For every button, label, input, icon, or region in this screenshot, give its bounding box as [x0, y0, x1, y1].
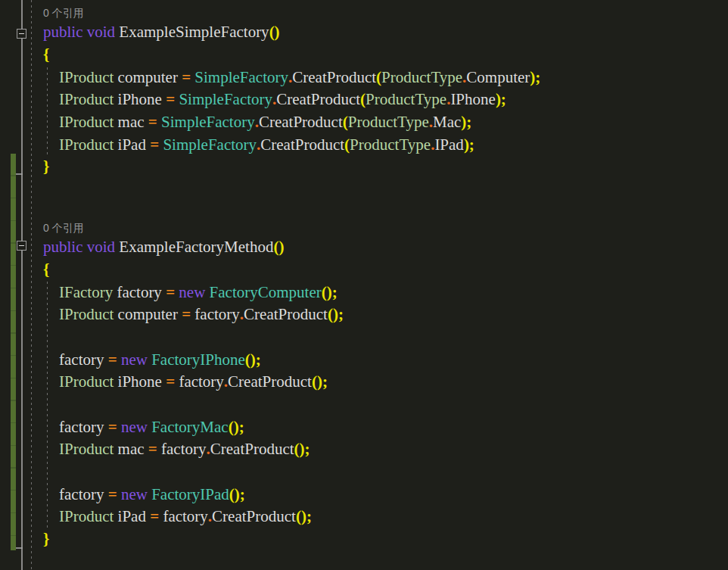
token-id: factory — [163, 507, 207, 526]
token-op: = — [108, 350, 121, 369]
minus-icon — [19, 33, 24, 35]
collapse-toggle-method1[interactable] — [17, 29, 26, 39]
token-punc: { — [43, 260, 49, 279]
token-id: mac — [114, 113, 148, 132]
token-op: = — [166, 90, 179, 109]
code-line-14[interactable]: IFactory factory = new FactoryComputer()… — [0, 281, 728, 304]
token-type: IFactory — [59, 283, 113, 302]
token-type: IProduct — [59, 507, 114, 526]
token-cl: 0 个引用 — [43, 7, 84, 20]
token-type: ProductType — [381, 68, 462, 87]
token-id: factory — [59, 350, 108, 369]
code-line-6[interactable]: IProduct mac = SimpleFactory.CreatProduc… — [0, 111, 728, 134]
token-punc: (); — [328, 305, 344, 324]
token-punc: (); — [245, 350, 261, 369]
token-id: IPad — [434, 135, 464, 154]
token-type: IProduct — [59, 90, 114, 109]
token-cls: SimpleFactory — [163, 135, 257, 154]
blank-line[interactable] — [0, 179, 728, 198]
token-punc: (); — [296, 507, 312, 526]
token-id: factory — [113, 283, 166, 302]
token-id: CreatProduct — [210, 440, 294, 459]
token-punc: () — [269, 23, 280, 42]
minus-icon — [19, 245, 24, 247]
token-punc: } — [43, 530, 49, 549]
token-id: factory — [59, 418, 108, 437]
token-type: IProduct — [59, 113, 114, 132]
token-cls: SimpleFactory — [161, 113, 255, 132]
token-id: mac — [114, 440, 148, 459]
code-line-23[interactable]: factory = new FactoryIPad(); — [0, 483, 728, 506]
code-line-20[interactable]: factory = new FactoryMac(); — [0, 416, 728, 438]
code-line-7[interactable]: IProduct iPad = SimpleFactory.CreatProdu… — [0, 133, 728, 156]
token-op: = — [166, 283, 179, 302]
token-punc: ( — [344, 135, 350, 154]
code-line-17[interactable]: factory = new FactoryIPhone(); — [0, 348, 728, 371]
token-id: CreatProduct — [259, 113, 343, 132]
collapse-toggle-method2[interactable] — [17, 241, 26, 251]
codelens-references-line[interactable]: 0 个引用 — [0, 218, 728, 236]
blank-line[interactable] — [0, 461, 728, 484]
token-cls: FactoryComputer — [210, 283, 322, 302]
token-id: Computer — [466, 68, 530, 87]
code-line-3[interactable]: { — [0, 44, 728, 67]
token-op: = — [166, 372, 179, 391]
token-punc: (); — [294, 440, 310, 459]
token-id: CreatProduct — [212, 507, 296, 526]
token-id: factory — [161, 440, 206, 459]
code-line-15[interactable]: IProduct computer = factory.CreatProduct… — [0, 304, 728, 326]
token-id: CreatProduct — [292, 68, 376, 87]
token-op: = — [148, 113, 161, 132]
token-id: iPad — [114, 507, 150, 526]
token-punc: (); — [229, 485, 245, 504]
token-op: = — [108, 418, 121, 437]
code-editor[interactable]: 0 个引用public void ExampleSimpleFactory(){… — [0, 0, 728, 570]
token-kw: public void — [43, 23, 119, 42]
token-id: IPhone — [450, 90, 496, 109]
token-op: = — [148, 440, 161, 459]
blank-line[interactable] — [0, 198, 728, 218]
token-cls: FactoryIPad — [151, 485, 229, 504]
token-op: = — [150, 507, 163, 526]
code-line-4[interactable]: IProduct computer = SimpleFactory.CreatP… — [0, 66, 728, 89]
token-id: CreatProduct — [276, 90, 360, 109]
token-cls: SimpleFactory — [179, 90, 272, 109]
token-type: IProduct — [59, 372, 114, 391]
token-id: ExampleSimpleFactory — [119, 23, 269, 42]
token-type: ProductType — [366, 90, 446, 109]
token-op: = — [182, 305, 194, 324]
token-type: IProduct — [59, 440, 114, 459]
codelens-references-line[interactable]: 0 个引用 — [0, 3, 728, 21]
token-kw: new — [121, 350, 151, 369]
token-punc: ); — [496, 90, 506, 109]
code-line-24[interactable]: IProduct iPad = factory.CreatProduct(); — [0, 506, 728, 528]
code-line-25[interactable]: } — [0, 528, 728, 551]
token-op: = — [108, 485, 121, 504]
code-line-2[interactable]: public void ExampleSimpleFactory() — [0, 21, 728, 44]
token-type: IProduct — [59, 68, 114, 87]
code-line-21[interactable]: IProduct mac = factory.CreatProduct(); — [0, 438, 728, 461]
code-line-13[interactable]: { — [0, 259, 728, 282]
token-type: IProduct — [59, 135, 114, 154]
token-type: ProductType — [348, 113, 429, 132]
token-id: CreatProduct — [260, 135, 344, 154]
blank-line[interactable] — [0, 326, 728, 349]
code-area[interactable]: 0 个引用public void ExampleSimpleFactory(){… — [0, 0, 728, 550]
token-cl: 0 个引用 — [43, 222, 84, 235]
code-line-8[interactable]: } — [0, 156, 728, 179]
token-punc: } — [43, 157, 49, 176]
token-punc: ); — [464, 135, 474, 154]
token-punc: (); — [322, 283, 338, 302]
token-cls: FactoryIPhone — [151, 350, 245, 369]
token-id: ExampleFactoryMethod — [119, 238, 273, 257]
token-punc: ( — [360, 90, 366, 109]
token-id: CreatProduct — [244, 305, 328, 324]
blank-line[interactable] — [0, 394, 728, 416]
code-line-5[interactable]: IProduct iPhone = SimpleFactory.CreatPro… — [0, 89, 728, 111]
token-punc: ( — [343, 113, 348, 132]
token-cls: SimpleFactory — [194, 68, 288, 87]
token-id: computer — [114, 305, 182, 324]
code-line-18[interactable]: IProduct iPhone = factory.CreatProduct()… — [0, 371, 728, 394]
code-line-12[interactable]: public void ExampleFactoryMethod() — [0, 236, 728, 259]
token-punc: (); — [229, 418, 244, 437]
